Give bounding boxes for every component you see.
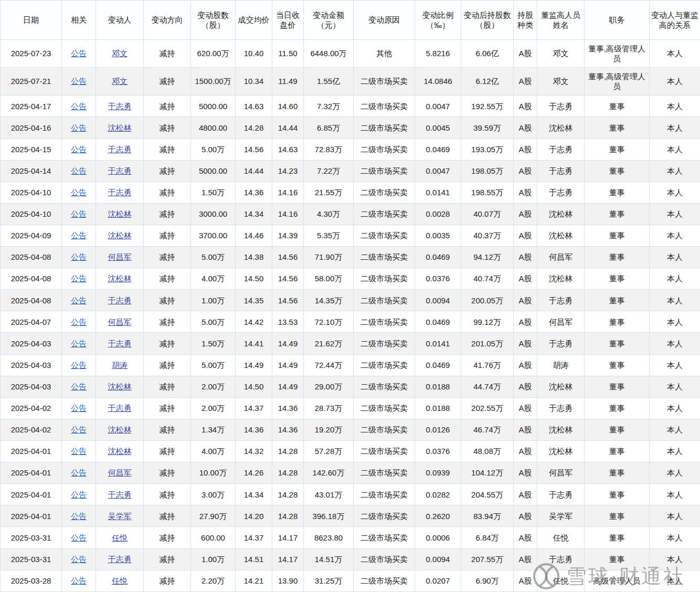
- person-link[interactable]: 邓文: [112, 77, 128, 86]
- person-link[interactable]: 任悦: [112, 576, 128, 585]
- cell-reason: 二级市场买卖: [354, 68, 415, 96]
- announcement-link[interactable]: 公告: [71, 468, 87, 477]
- cell-exec-name: 沈松林: [537, 376, 585, 397]
- col-header-shares-after: 变动后持股数（股）: [461, 1, 514, 40]
- person-link[interactable]: 沈松林: [108, 382, 132, 391]
- announcement-link[interactable]: 公告: [71, 512, 87, 521]
- announcement-link[interactable]: 公告: [71, 447, 87, 456]
- cell-share-type: A股: [514, 462, 537, 484]
- announcement-link[interactable]: 公告: [71, 274, 87, 283]
- announcement-link[interactable]: 公告: [71, 533, 87, 542]
- cell-amount: 1.55亿: [304, 68, 354, 96]
- announcement-link[interactable]: 公告: [71, 209, 87, 218]
- announcement-link[interactable]: 公告: [71, 102, 87, 111]
- cell-shares-after: 192.55万: [461, 96, 514, 117]
- cell-amount: 6448.00万: [304, 40, 354, 68]
- announcement-link[interactable]: 公告: [71, 188, 87, 197]
- announcement-link[interactable]: 公告: [71, 49, 87, 58]
- table-cell: 公告: [62, 548, 96, 570]
- person-link[interactable]: 于志勇: [108, 555, 132, 564]
- person-link[interactable]: 于志勇: [108, 102, 132, 111]
- announcement-link[interactable]: 公告: [71, 77, 87, 86]
- cell-avg-price: 10.40: [236, 40, 272, 68]
- person-link[interactable]: 胡涛: [112, 361, 128, 369]
- table-cell: 何昌军: [96, 247, 144, 268]
- cell-share-type: A股: [514, 247, 537, 268]
- announcement-link[interactable]: 公告: [71, 576, 87, 585]
- cell-share-type: A股: [514, 290, 537, 311]
- announcement-link[interactable]: 公告: [71, 404, 87, 413]
- announcement-link[interactable]: 公告: [71, 123, 87, 132]
- person-link[interactable]: 邓文: [112, 49, 128, 58]
- announcement-link[interactable]: 公告: [71, 490, 87, 499]
- person-link[interactable]: 何昌军: [108, 252, 132, 261]
- announcement-link[interactable]: 公告: [71, 296, 87, 305]
- announcement-link[interactable]: 公告: [71, 166, 87, 175]
- cell-amount: 43.01万: [304, 484, 354, 505]
- cell-close-price: 11.49: [272, 68, 304, 96]
- person-link[interactable]: 沈松林: [108, 209, 132, 218]
- cell-position: 董事: [585, 376, 650, 397]
- cell-exec-name: 任悦: [537, 570, 585, 591]
- person-link[interactable]: 沈松林: [108, 447, 132, 456]
- announcement-link[interactable]: 公告: [71, 339, 87, 348]
- announcement-link[interactable]: 公告: [71, 252, 87, 261]
- cell-close-price: 14.16: [272, 182, 304, 203]
- cell-exec-name: 于志勇: [537, 333, 585, 354]
- person-link[interactable]: 何昌军: [108, 468, 132, 477]
- col-header-relation: 变动人与董监高的关系: [650, 1, 700, 40]
- cell-share-type: A股: [514, 376, 537, 397]
- cell-shares: 1.50万: [191, 182, 236, 203]
- cell-position: 董事: [585, 527, 650, 548]
- person-link[interactable]: 于志勇: [108, 296, 132, 305]
- cell-reason: 二级市场买卖: [354, 160, 415, 182]
- person-link[interactable]: 沈松林: [108, 231, 132, 240]
- cell-close-price: 14.28: [272, 505, 304, 527]
- cell-exec-name: 沈松林: [537, 225, 585, 246]
- cell-direction: 减持: [144, 268, 191, 290]
- announcement-link[interactable]: 公告: [71, 555, 87, 564]
- cell-amount: 396.18万: [304, 505, 354, 527]
- announcement-link[interactable]: 公告: [71, 425, 87, 434]
- table-row: 2025-04-08公告于志勇减持1.00万14.3514.5614.35万二级…: [1, 290, 700, 311]
- cell-ratio: 0.0126: [415, 419, 461, 440]
- table-cell: 公告: [62, 505, 96, 527]
- person-link[interactable]: 沈松林: [108, 425, 132, 434]
- cell-share-type: A股: [514, 548, 537, 570]
- col-header-exec-name: 董监高人员姓名: [537, 1, 585, 40]
- person-link[interactable]: 于志勇: [108, 166, 132, 175]
- cell-date: 2025-04-02: [1, 397, 62, 419]
- cell-position: 高级管理人员: [585, 570, 650, 591]
- person-link[interactable]: 于志勇: [108, 404, 132, 413]
- cell-share-type: A股: [514, 225, 537, 246]
- person-link[interactable]: 何昌军: [108, 318, 132, 326]
- person-link[interactable]: 吴学军: [108, 512, 132, 521]
- person-link[interactable]: 任悦: [112, 533, 128, 542]
- cell-shares-after: 40.07万: [461, 203, 514, 225]
- person-link[interactable]: 于志勇: [108, 339, 132, 348]
- cell-close-price: 14.49: [272, 333, 304, 354]
- person-link[interactable]: 于志勇: [108, 490, 132, 499]
- announcement-link[interactable]: 公告: [71, 145, 87, 154]
- person-link[interactable]: 沈松林: [108, 123, 132, 132]
- cell-reason: 二级市场买卖: [354, 484, 415, 505]
- cell-exec-name: 沈松林: [537, 419, 585, 440]
- cell-shares: 2.00万: [191, 397, 236, 419]
- announcement-link[interactable]: 公告: [71, 382, 87, 391]
- cell-reason: 二级市场买卖: [354, 139, 415, 160]
- table-cell: 沈松林: [96, 441, 144, 462]
- cell-share-type: A股: [514, 203, 537, 225]
- announcement-link[interactable]: 公告: [71, 318, 87, 326]
- announcement-link[interactable]: 公告: [71, 231, 87, 240]
- cell-date: 2025-04-03: [1, 333, 62, 354]
- cell-exec-name: 邓文: [537, 68, 585, 96]
- person-link[interactable]: 于志勇: [108, 145, 132, 154]
- person-link[interactable]: 于志勇: [108, 188, 132, 197]
- col-header-reason: 变动原因: [354, 1, 415, 40]
- cell-avg-price: 14.32: [236, 441, 272, 462]
- person-link[interactable]: 沈松林: [108, 274, 132, 283]
- announcement-link[interactable]: 公告: [71, 361, 87, 369]
- cell-position: 董事: [585, 139, 650, 160]
- cell-shares: 2.00万: [191, 376, 236, 397]
- cell-direction: 减持: [144, 570, 191, 591]
